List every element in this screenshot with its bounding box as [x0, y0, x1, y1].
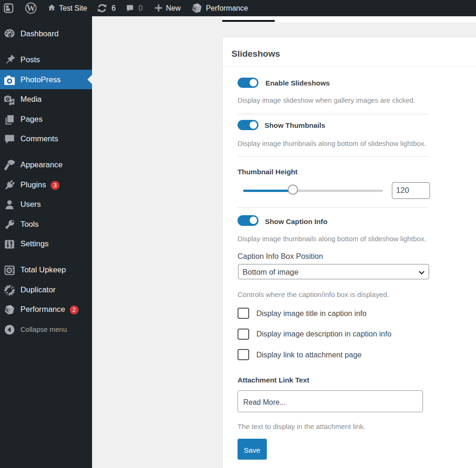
svg-text:W: W — [26, 3, 35, 13]
